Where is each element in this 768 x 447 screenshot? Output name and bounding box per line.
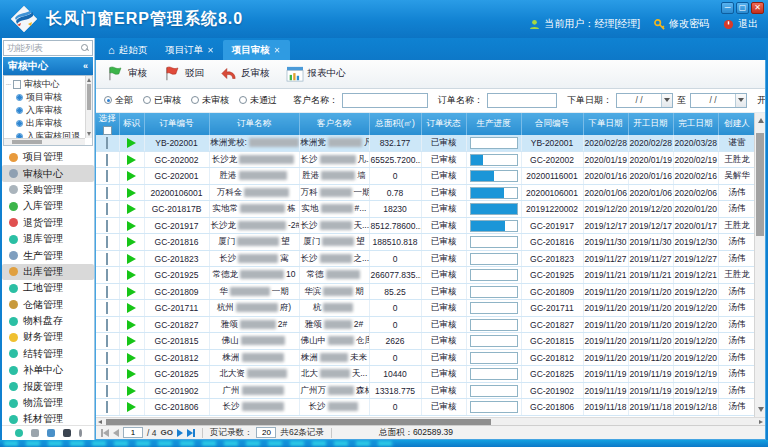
table-row[interactable]: GC-201917 长沙龙-2# 长沙天... 8512.78600... 已审… [96, 217, 756, 234]
sidebar-module-item[interactable]: 出库管理 [2, 264, 94, 280]
page-number-input[interactable] [123, 427, 143, 438]
radio-not-passed[interactable]: 未通过 [239, 94, 277, 107]
tree-item-inbound-audit[interactable]: 入库审核 [6, 104, 84, 117]
table-row[interactable]: 20200106001 万科金 万科一期 0.78 已审核 2020010600… [96, 184, 756, 201]
row-checkbox[interactable] [106, 368, 108, 380]
row-checkbox[interactable] [106, 269, 108, 281]
radio-all[interactable]: 全部 [104, 94, 133, 107]
footer-dot-icon[interactable] [15, 429, 23, 437]
tab-project-audit[interactable]: 项目审核✕ [223, 40, 290, 60]
sidebar-module-item[interactable]: 退库管理 [2, 231, 94, 247]
table-row[interactable]: GC-201827 雅颂2# 雅颂2# 0 已审核 GC-201827 2019… [96, 316, 756, 333]
order-date-from-picker[interactable]: / / [616, 93, 673, 108]
order-name-input[interactable] [487, 93, 557, 108]
reject-button[interactable]: 驳回 [163, 65, 204, 82]
row-checkbox[interactable] [106, 203, 108, 215]
sidebar-module-item[interactable]: 物流管理 [2, 395, 94, 411]
sidebar-module-item[interactable]: 仓储管理 [2, 297, 94, 313]
table-row[interactable]: GC-201825 北大资 北大天... 10440 已审核 GC-201825… [96, 366, 756, 383]
sidebar-module-item[interactable]: 结转管理 [2, 346, 94, 362]
row-checkbox[interactable] [106, 236, 108, 248]
logout-button[interactable]: 退出 [723, 17, 758, 31]
sidebar-module-item[interactable]: 工地管理 [2, 280, 94, 296]
table-row[interactable]: GC-201815 佛山 佛山中仓库 2626 已审核 GC-201815 20… [96, 333, 756, 350]
first-page-button[interactable] [101, 429, 109, 437]
dropdown-icon[interactable] [735, 94, 746, 107]
grid-horizontal-scrollbar[interactable] [96, 417, 765, 425]
customer-name-input[interactable] [342, 93, 428, 108]
page-size-input[interactable] [256, 427, 276, 438]
table-row[interactable]: GC-202002 长沙龙 长沙凡.. 65525.7200... 已审核 GC… [96, 151, 756, 168]
tree-vertical-scrollbar[interactable] [85, 76, 92, 138]
tree-root-node[interactable]: ┄ 审核中心 [6, 78, 84, 91]
table-row[interactable]: GC-202001 胜港 胜港墙 0 已审核 20200116001 2020/… [96, 168, 756, 185]
radio-audited[interactable]: 已审核 [143, 94, 181, 107]
sidebar-module-item[interactable]: 报废管理 [2, 378, 94, 394]
collapse-icon[interactable]: « [83, 61, 88, 71]
sidebar-module-item[interactable]: 项目管理 [2, 149, 94, 165]
table-row[interactable]: GC-201809 华一期 华滨期 85.25 已审核 GC-201809 20… [96, 283, 756, 300]
select-all-checkbox[interactable] [103, 126, 112, 135]
table-row[interactable]: GC-201812 株洲 株洲未来 0 已审核 GC-201812 2019/1… [96, 349, 756, 366]
row-checkbox[interactable] [106, 319, 108, 331]
table-row[interactable]: GC-201925 常德龙10 常德 266077.835... 已审核 GC-… [96, 267, 756, 284]
tab-project-orders[interactable]: 项目订单✕ [156, 40, 223, 60]
tab-home[interactable]: ⌂起始页 [99, 40, 156, 60]
sidebar-module-item[interactable]: 耗材管理 [2, 411, 94, 425]
function-search-input[interactable]: 功能列表 [3, 40, 93, 56]
table-row[interactable]: GC-201711 杭州府) 杭 0 已审核 GC-201711 2019/11… [96, 300, 756, 317]
restore-button[interactable]: ▢ [736, 2, 749, 14]
row-checkbox[interactable] [106, 302, 108, 314]
row-checkbox[interactable] [106, 137, 108, 149]
sidebar-module-item[interactable]: 补单中心 [2, 362, 94, 378]
footer-person-icon[interactable] [63, 429, 71, 437]
orders-grid: 选择 标识 订单编号 订单名称 客户名称 总面积(㎡) 订单状态 生产进度 合同… [96, 113, 765, 417]
dropdown-icon[interactable] [661, 94, 672, 107]
tree-item-outbound-audit[interactable]: 出库审核 [6, 117, 84, 130]
table-row[interactable]: GC-201823 长沙寓 长沙之... 0 已审核 GC-201823 201… [96, 250, 756, 267]
row-checkbox[interactable] [106, 187, 108, 199]
row-checkbox[interactable] [106, 253, 108, 265]
go-button[interactable]: GO [160, 428, 172, 437]
sidebar-module-item[interactable]: 入库管理 [2, 198, 94, 214]
table-row[interactable]: GC-201816 厦门望 厦门望 188510.818 已审核 GC-2018… [96, 234, 756, 251]
sidebar-module-item[interactable]: 退货管理 [2, 215, 94, 231]
row-checkbox[interactable] [106, 401, 108, 413]
sidebar-module-item[interactable]: 财务管理 [2, 329, 94, 345]
tree-horizontal-scrollbar[interactable] [4, 138, 85, 145]
row-checkbox[interactable] [106, 385, 108, 397]
sidebar-module-item[interactable]: 生产管理 [2, 247, 94, 263]
change-password-button[interactable]: 修改密码 [654, 17, 709, 31]
sidebar-module-item[interactable]: 采购管理 [2, 182, 94, 198]
last-page-button[interactable] [187, 429, 195, 437]
row-checkbox[interactable] [106, 154, 108, 166]
radio-unaudited[interactable]: 未审核 [191, 94, 229, 107]
reverse-audit-button[interactable]: 反审核 [220, 66, 270, 81]
close-button[interactable]: ✕ [751, 2, 764, 14]
tab-close-icon[interactable]: ✕ [207, 46, 214, 55]
footer-pen-icon[interactable] [47, 429, 55, 437]
tab-close-icon[interactable]: ✕ [274, 46, 281, 55]
minimize-button[interactable]: ─ [721, 2, 734, 14]
row-checkbox[interactable] [106, 335, 108, 347]
footer-more-icon[interactable] [79, 429, 82, 437]
row-checkbox[interactable] [106, 220, 108, 232]
grid-vertical-scrollbar[interactable] [754, 113, 765, 417]
row-checkbox[interactable] [106, 286, 108, 298]
table-row[interactable]: GC-201902 广州 广州万森林 13318.775 已审核 GC-2019… [96, 382, 756, 399]
row-checkbox[interactable] [106, 352, 108, 364]
order-date-to-picker[interactable]: / / [690, 93, 747, 108]
table-row[interactable]: GC-201817B 实地常栋 实地#... 18230 已审核 2019122… [96, 201, 756, 218]
report-center-button[interactable]: 报表中心 [286, 66, 346, 82]
table-row[interactable]: GC-201806 长沙 长沙 0 已审核 GC-201806 2019/11/… [96, 399, 756, 416]
row-checkbox[interactable] [106, 170, 108, 182]
sidebar-module-item[interactable]: 物料盘存 [2, 313, 94, 329]
prev-page-button[interactable] [113, 429, 119, 437]
table-row[interactable]: YB-202001 株洲党校: 株洲党凡.. 832.177 已审核 YB-20… [96, 135, 756, 152]
redacted-text [328, 402, 358, 411]
next-page-button[interactable] [177, 429, 183, 437]
sidebar-module-item[interactable]: 审核中心 [2, 165, 94, 181]
footer-cart-icon[interactable] [31, 429, 39, 437]
tree-item-project-audit[interactable]: 项目审核 [6, 91, 84, 104]
audit-button[interactable]: 审核 [106, 65, 147, 82]
